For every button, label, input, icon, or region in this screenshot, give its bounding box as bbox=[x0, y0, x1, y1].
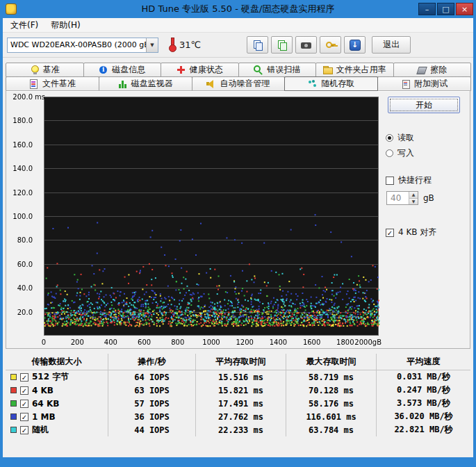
drive-select[interactable]: WDC WD20EARX-00PASB0 (2000 gB) ▼ bbox=[7, 38, 158, 53]
download-arrow-icon bbox=[350, 40, 361, 51]
drive-select-value: WDC WD20EARX-00PASB0 (2000 gB) bbox=[8, 40, 146, 49]
titlebar[interactable]: HD Tune 专业版 5.50 - 硬盘/固态硬盘实用程序 – □ × bbox=[0, 0, 476, 18]
table-header-row: 传输数据大小 操作/秒 平均存取时间 最大存取时间 平均速度 bbox=[6, 354, 470, 370]
max-cell: 70.128 ms bbox=[286, 384, 377, 397]
series-toggle[interactable]: 512 字节 bbox=[6, 370, 108, 384]
spin-up-button[interactable]: ▲ bbox=[409, 192, 418, 199]
temperature-value: 31℃ bbox=[179, 40, 201, 50]
copy-text-button[interactable] bbox=[247, 36, 268, 54]
clipboard-icon bbox=[401, 79, 410, 88]
series-label: 512 字节 bbox=[32, 371, 69, 383]
radio-selected-icon bbox=[386, 134, 393, 142]
speaker-icon bbox=[206, 79, 215, 88]
shortstroke-size-row: 40 ▲ ▼ gB bbox=[386, 191, 475, 205]
avg-cell: 15.516 ms bbox=[196, 370, 286, 384]
radio-unselected-icon bbox=[386, 149, 393, 157]
dropdown-arrow-icon[interactable]: ▼ bbox=[146, 38, 158, 52]
camera-icon bbox=[301, 40, 311, 50]
avg-cell: 22.233 ms bbox=[196, 423, 286, 436]
max-cell: 63.784 ms bbox=[286, 423, 377, 436]
spinner: ▲ ▼ bbox=[409, 192, 418, 204]
align-4kb-checkbox[interactable]: 4 KB 对齐 bbox=[386, 227, 475, 238]
toolbar: WDC WD20EARX-00PASB0 (2000 gB) ▼ 31℃ 退出 bbox=[3, 33, 473, 58]
screenshot-button[interactable] bbox=[295, 36, 317, 54]
column-header: 传输数据大小 bbox=[6, 354, 108, 370]
series-toggle[interactable]: 1 MB bbox=[6, 410, 108, 423]
table-row: 64 KB 57 IOPS 17.491 ms 58.176 ms 3.573 … bbox=[6, 397, 470, 410]
start-button[interactable]: 开始 bbox=[388, 97, 460, 113]
tab-aam[interactable]: 自动噪音管理 bbox=[192, 76, 286, 91]
health-cross-icon bbox=[177, 65, 186, 74]
app-icon bbox=[6, 3, 17, 15]
copy-image-button[interactable] bbox=[271, 36, 293, 54]
random-access-icon bbox=[308, 79, 317, 88]
test-controls: 开始 读取 写入 快捷行程 40 ▲ bbox=[386, 97, 475, 238]
close-button[interactable]: × bbox=[456, 3, 473, 15]
bulb-icon bbox=[30, 65, 39, 74]
series-label: 1 MB bbox=[32, 412, 56, 422]
table-row: 4 KB 63 IOPS 15.821 ms 70.128 ms 0.247 M… bbox=[6, 384, 470, 397]
tab-erase[interactable]: 擦除 bbox=[393, 63, 472, 77]
series-toggle[interactable]: 随机 bbox=[6, 423, 108, 436]
tab-benchmark[interactable]: 基准 bbox=[6, 63, 84, 77]
shortstroke-checkbox[interactable]: 快捷行程 bbox=[386, 174, 475, 186]
avg-cell: 15.821 ms bbox=[196, 384, 286, 397]
tab-file-benchmark[interactable]: 文件基准 bbox=[6, 76, 99, 91]
column-header: 最大存取时间 bbox=[286, 354, 377, 370]
shortstroke-size-input[interactable]: 40 ▲ ▼ bbox=[386, 191, 418, 205]
table-row: 随机 44 IOPS 22.233 ms 63.784 ms 22.821 MB… bbox=[6, 423, 470, 436]
toolbar-buttons bbox=[247, 36, 366, 54]
speed-cell: 22.821 MB/秒 bbox=[377, 423, 470, 436]
max-cell: 116.601 ms bbox=[286, 410, 377, 423]
avg-cell: 27.762 ms bbox=[196, 410, 286, 423]
series-color-swatch bbox=[10, 400, 17, 407]
options-button[interactable] bbox=[320, 36, 341, 54]
tab-error-scan[interactable]: 错误扫描 bbox=[238, 63, 317, 77]
file-benchmark-icon bbox=[29, 79, 38, 88]
tab-disk-monitor[interactable]: 磁盘监视器 bbox=[99, 76, 192, 91]
hdtune-window: HD Tune 专业版 5.50 - 硬盘/固态硬盘实用程序 – □ × 文件(… bbox=[0, 0, 476, 467]
tab-label: 附加测试 bbox=[414, 78, 448, 90]
eraser-icon bbox=[417, 65, 426, 74]
shortstroke-label: 快捷行程 bbox=[398, 174, 432, 186]
random-access-chart bbox=[8, 92, 383, 348]
column-header: 平均存取时间 bbox=[196, 354, 286, 370]
tab-random-access[interactable]: 随机存取 bbox=[284, 76, 378, 91]
tab-label: 磁盘监视器 bbox=[131, 78, 173, 90]
checkbox-checked-icon bbox=[20, 426, 28, 434]
tab-label: 擦除 bbox=[430, 64, 447, 76]
series-toggle[interactable]: 64 KB bbox=[6, 397, 108, 410]
spin-down-button[interactable]: ▼ bbox=[409, 199, 418, 205]
tab-label: 错误扫描 bbox=[267, 64, 300, 76]
maximize-button[interactable]: □ bbox=[437, 3, 454, 15]
tab-disk-info[interactable]: 磁盘信息 bbox=[83, 63, 162, 77]
minimize-button[interactable]: – bbox=[418, 3, 436, 15]
series-label: 64 KB bbox=[32, 399, 59, 409]
tab-folder-usage[interactable]: 文件夹占用率 bbox=[315, 63, 394, 77]
series-color-swatch bbox=[10, 387, 17, 393]
tab-label: 文件基准 bbox=[42, 78, 76, 90]
tab-health[interactable]: 健康状态 bbox=[161, 63, 239, 77]
series-toggle[interactable]: 4 KB bbox=[6, 384, 108, 397]
menu-bar: 文件(F) 帮助(H) bbox=[3, 18, 473, 33]
menu-file[interactable]: 文件(F) bbox=[4, 18, 44, 33]
tab-row-1: 基准 磁盘信息 健康状态 错误扫描 文件夹占用率 bbox=[6, 63, 470, 76]
max-cell: 58.176 ms bbox=[286, 397, 377, 410]
series-color-swatch bbox=[10, 427, 17, 433]
shortstroke-size-value: 40 bbox=[387, 192, 409, 204]
max-cell: 58.719 ms bbox=[286, 370, 377, 384]
checkbox-checked-icon bbox=[20, 386, 28, 395]
info-icon bbox=[99, 65, 108, 74]
align-4kb-label: 4 KB 对齐 bbox=[398, 227, 436, 238]
tab-label: 磁盘信息 bbox=[112, 64, 145, 76]
tab-extra-tests[interactable]: 附加测试 bbox=[377, 76, 471, 91]
keys-icon bbox=[326, 40, 336, 50]
unit-label: gB bbox=[423, 193, 434, 203]
table-row: 1 MB 36 IOPS 27.762 ms 116.601 ms 36.020… bbox=[6, 410, 470, 423]
menu-help[interactable]: 帮助(H) bbox=[44, 18, 86, 33]
column-header: 操作/秒 bbox=[108, 354, 196, 370]
save-results-button[interactable] bbox=[344, 36, 366, 54]
exit-button[interactable]: 退出 bbox=[372, 36, 411, 54]
write-radio[interactable]: 写入 bbox=[386, 147, 475, 159]
read-radio[interactable]: 读取 bbox=[386, 132, 475, 144]
